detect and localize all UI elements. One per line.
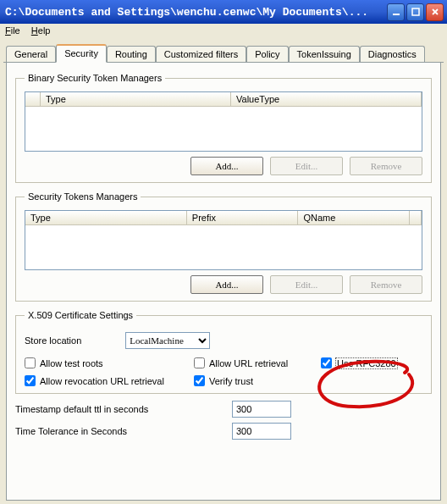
tokens-list[interactable]: Type Prefix QName	[25, 210, 422, 270]
binary-edit-button[interactable]: Edit...	[270, 157, 343, 175]
menubar: File Help	[0, 24, 447, 41]
ttl-input[interactable]	[232, 401, 291, 418]
verify-trust-input[interactable]	[194, 375, 205, 386]
allow-test-roots-check[interactable]: Allow test roots	[25, 357, 185, 368]
col-type[interactable]: Type	[25, 211, 187, 225]
binary-remove-button[interactable]: Remove	[350, 157, 422, 175]
tab-policy[interactable]: Policy	[246, 46, 288, 62]
binary-token-body	[25, 107, 422, 151]
allow-url-retrieval-input[interactable]	[194, 357, 205, 368]
client-area: General Security Routing Customized filt…	[3, 44, 444, 501]
use-rfc3280-check[interactable]: Use RFC3280	[321, 357, 422, 368]
tokens-add-button[interactable]: Add...	[190, 275, 263, 294]
tab-general[interactable]: General	[6, 46, 56, 62]
binary-token-group: Binary Security Token Managers Type Valu…	[15, 73, 432, 183]
col-spacer	[25, 92, 41, 107]
store-location-label: Store location	[25, 335, 81, 346]
titlebar: C:\Documents and Settings\wenchu.cenwc\M…	[0, 0, 447, 24]
security-panel: Binary Security Token Managers Type Valu…	[6, 63, 441, 501]
col-prefix[interactable]: Prefix	[187, 211, 299, 225]
menu-file[interactable]: File	[5, 25, 20, 36]
allow-rev-url-input[interactable]	[25, 375, 36, 386]
tokens-body	[25, 225, 422, 269]
tabstrip: General Security Routing Customized filt…	[3, 44, 444, 63]
tab-routing[interactable]: Routing	[107, 46, 156, 62]
ttl-label: Timestamp default ttl in seconds	[15, 404, 232, 414]
tokens-remove-button[interactable]: Remove	[350, 275, 422, 294]
allow-rev-url-check[interactable]: Allow revocation URL retrieval	[25, 375, 185, 386]
store-location-select[interactable]: LocalMachine	[125, 332, 210, 349]
close-button[interactable]	[426, 3, 444, 21]
binary-token-legend: Binary Security Token Managers	[25, 73, 165, 83]
tab-customized-filters[interactable]: Customized filters	[156, 46, 246, 62]
x509-group: X.509 Certificate Settings Store locatio…	[15, 310, 432, 394]
tolerance-label: Time Tolerance in Seconds	[15, 426, 232, 436]
col-valuetype[interactable]: ValueType	[231, 92, 422, 107]
tab-security[interactable]: Security	[56, 44, 107, 63]
col-spacer	[410, 211, 422, 225]
menu-help[interactable]: Help	[31, 25, 51, 36]
verify-trust-check[interactable]: Verify trust	[194, 375, 312, 386]
x509-legend: X.509 Certificate Settings	[25, 310, 136, 320]
tokens-group: Security Tokens Managers Type Prefix QNa…	[15, 191, 432, 302]
allow-url-retrieval-check[interactable]: Allow URL retrieval	[194, 357, 312, 368]
col-type[interactable]: Type	[41, 92, 231, 107]
svg-rect-1	[412, 8, 419, 15]
binary-add-button[interactable]: Add...	[190, 157, 263, 175]
allow-test-roots-input[interactable]	[25, 357, 36, 368]
tolerance-input[interactable]	[232, 423, 291, 440]
tab-diagnostics[interactable]: Diagnostics	[360, 46, 425, 62]
tokens-legend: Security Tokens Managers	[25, 191, 141, 202]
use-rfc3280-input[interactable]	[321, 357, 332, 368]
svg-rect-0	[393, 14, 400, 15]
minimize-button[interactable]	[387, 3, 405, 21]
col-qname[interactable]: QName	[298, 211, 410, 225]
maximize-button[interactable]	[406, 3, 424, 21]
binary-token-list[interactable]: Type ValueType	[25, 91, 422, 152]
window-title: C:\Documents and Settings\wenchu.cenwc\M…	[5, 6, 385, 19]
tokens-edit-button[interactable]: Edit...	[270, 275, 343, 294]
tab-tokenissuing[interactable]: TokenIssuing	[289, 46, 360, 62]
